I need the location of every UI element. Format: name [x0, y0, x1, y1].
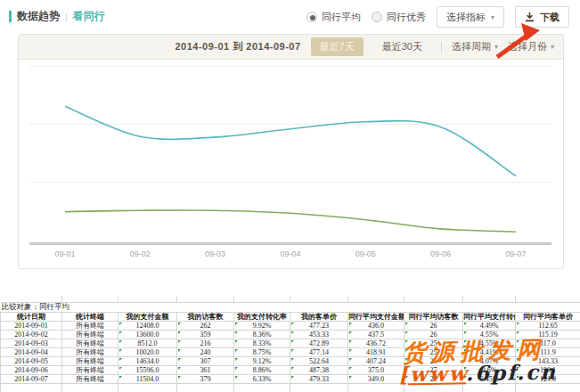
table-cell: 12408.0 — [118, 321, 177, 330]
top-bar: 数据趋势 | 看同行 同行平均 同行优秀 选择指标 下载 — [0, 0, 580, 32]
column-header: 同行平均客单价 — [516, 312, 580, 321]
table-cell: 307 — [177, 356, 234, 365]
column-header: 统计终端 — [62, 312, 118, 321]
page-title-group: 数据趋势 | 看同行 — [9, 9, 105, 24]
table-row: 2014-09-05所有终端14634.03079.12%522.64407.2… — [1, 356, 580, 365]
table-cell: 120.1 — [516, 365, 580, 374]
date-toolbar: 2014-09-01 到 2014-09-07 最近7天 最近30天 选择周期 … — [19, 35, 563, 60]
table-cell: 115.19 — [516, 330, 580, 339]
download-button[interactable]: 下载 — [515, 6, 569, 28]
table-cell: 6.33% — [234, 374, 290, 383]
table-cell: 27 — [404, 374, 463, 383]
table-cell: 4.49% — [463, 321, 516, 330]
table-row: 2014-09-07所有终端11504.03796.33%479.33349.0… — [1, 374, 580, 383]
table-cell: 所有终端 — [62, 321, 118, 330]
table-cell: 453.33 — [290, 330, 348, 339]
radio-peer-excellent[interactable]: 同行优秀 — [372, 11, 426, 24]
radio-peer-average-label: 同行平均 — [322, 11, 361, 24]
empty-cell — [177, 383, 234, 392]
column-header: 同行平均访客数 — [404, 312, 463, 321]
table-cell: 479.33 — [290, 374, 348, 383]
table-cell: 349.0 — [348, 374, 404, 383]
grid-tick-cell — [234, 296, 290, 302]
table-cell: 11504.0 — [118, 374, 177, 383]
last-30-days-button[interactable]: 最近30天 — [373, 37, 431, 56]
table-cell: 143.33 — [516, 356, 580, 365]
table-cell: 8.36% — [234, 330, 290, 339]
grid-tick-cell — [404, 296, 463, 302]
chart-area: 09-0109-0209-0309-0409-0509-0609-07 — [19, 60, 563, 268]
select-period-dropdown[interactable]: 选择周期 — [452, 40, 498, 53]
compare-target-row: 比较对象：同行平均 — [1, 302, 580, 312]
table-cell: 240 — [177, 347, 234, 356]
table-cell: 27 — [404, 365, 463, 374]
peer-view-link[interactable]: 看同行 — [73, 9, 105, 24]
select-period-label: 选择周期 — [452, 40, 491, 53]
compare-target-label: 比较对象：同行平均 — [1, 302, 580, 312]
column-header: 同行平均支付转化率 — [463, 312, 516, 321]
radio-peer-average[interactable]: 同行平均 — [306, 11, 361, 24]
table-cell: 216 — [177, 339, 234, 347]
table-cell: 8.33% — [234, 339, 290, 347]
empty-cell — [290, 383, 348, 392]
table-cell: 9.12% — [234, 356, 290, 365]
date-joiner: 到 — [233, 41, 243, 52]
table-cell: 2014-09-04 — [1, 347, 62, 356]
table-cell: 407.24 — [348, 356, 404, 365]
table-cell: 472.89 — [290, 339, 348, 347]
table-cell: 2014-09-02 — [1, 330, 62, 339]
empty-cell — [404, 383, 463, 392]
page-title: 数据趋势 — [17, 9, 60, 24]
top-controls: 同行平均 同行优秀 选择指标 下载 — [306, 6, 569, 28]
grid-ticks-row — [1, 296, 580, 302]
table-cell: 所有终端 — [62, 339, 118, 347]
grid-tick-cell — [516, 296, 580, 302]
column-header: 我的客单价 — [290, 312, 348, 321]
last-7-days-button[interactable]: 最近7天 — [311, 37, 364, 56]
select-month-dropdown[interactable]: 选择月份 — [508, 40, 554, 53]
table-cell: 477.14 — [290, 347, 348, 356]
download-label: 下载 — [540, 11, 560, 24]
select-metric-label: 选择指标 — [446, 11, 486, 24]
download-icon — [525, 12, 535, 22]
table-cell: 2014-09-06 — [1, 365, 62, 374]
select-month-label: 选择月份 — [508, 40, 547, 53]
table-cell: 15596.0 — [118, 365, 177, 374]
column-header: 统计日期 — [1, 312, 62, 321]
column-header: 我的访客数 — [177, 312, 234, 321]
table-cell: 4.55% — [463, 330, 516, 339]
table-cell: 112.65 — [516, 321, 580, 330]
grid-tick-cell — [290, 296, 348, 302]
empty-cell — [62, 383, 118, 392]
chevron-down-icon — [551, 43, 554, 51]
column-header: 我的支付金额 — [118, 312, 177, 321]
table-cell: 所有终端 — [62, 365, 118, 374]
table-cell: 10020.0 — [118, 347, 177, 356]
table-cell: 2014-09-01 — [1, 321, 62, 330]
grid-tick-cell — [1, 296, 62, 302]
table-cell: 8.86% — [234, 365, 290, 374]
table-cell: 所有终端 — [62, 374, 118, 383]
table-cell: 25 — [404, 356, 463, 365]
select-metric-button[interactable]: 选择指标 — [437, 6, 504, 28]
table-cell: 2014-09-03 — [1, 339, 62, 347]
table-row: 2014-09-03所有终端8512.02168.33%472.89436.72… — [1, 339, 580, 347]
chevron-down-icon — [494, 43, 498, 51]
table-row: 2014-09-04所有终端10020.02408.75%477.14418.9… — [1, 347, 580, 356]
grid-tick-cell — [463, 296, 516, 302]
x-tick-label: 09-02 — [130, 249, 151, 258]
table-cell: 所有终端 — [62, 347, 118, 356]
table-cell: 262 — [177, 321, 234, 330]
table-cell: 9.92% — [234, 321, 290, 330]
table-cell: 4.07% — [463, 356, 516, 365]
table-cell: 13600.0 — [118, 330, 177, 339]
radio-selected-icon[interactable] — [306, 12, 317, 22]
empty-cell — [463, 383, 516, 392]
table-cell: 25 — [404, 347, 463, 356]
radio-unselected-icon[interactable] — [372, 12, 382, 22]
title-separator: | — [65, 12, 68, 22]
empty-row — [1, 383, 580, 392]
date-range-text: 2014-09-01 到 2014-09-07 — [175, 40, 300, 53]
table-cell: 3.6% — [463, 365, 516, 374]
x-tick-label: 09-03 — [205, 249, 225, 258]
